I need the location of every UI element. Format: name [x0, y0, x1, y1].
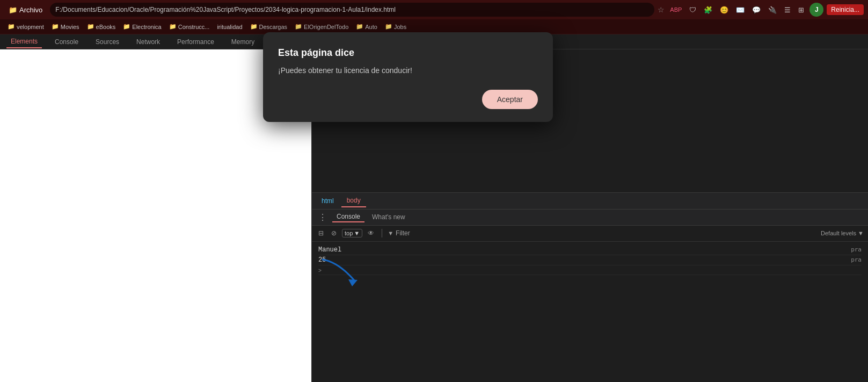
bookmark-label: velopment [17, 24, 44, 30]
tab-console[interactable]: Console [50, 36, 83, 48]
clear-icon[interactable]: ⊘ [329, 228, 339, 238]
extensions-icon[interactable]: 🧩 [702, 5, 714, 15]
tab-memory[interactable]: Memory [227, 36, 259, 48]
console-tab-button[interactable]: Console [332, 212, 364, 222]
folder-icon: 📁 [356, 23, 363, 30]
bookmark-jobs[interactable]: 📁 Jobs [382, 22, 410, 31]
more-options-icon[interactable]: ⋮ [316, 212, 329, 222]
archivo-menu[interactable]: 📁 Archivo [4, 4, 47, 16]
bookmark-descargas[interactable]: 📁 Descargas [247, 22, 291, 31]
console-filter-bar: ⊟ ⊘ top ▼ 👁 ▼ Filter Default levels ▼ [312, 226, 868, 242]
eye-icon[interactable]: 👁 [366, 228, 376, 238]
bookmark-iritualidad[interactable]: iritualidad [214, 23, 245, 31]
reinicia-button[interactable]: Reinicia... [827, 4, 864, 15]
archivo-icon: 📁 [9, 6, 17, 14]
console-row-25: 25 pra [318, 255, 862, 265]
tab-elements[interactable]: Elements [6, 35, 42, 48]
tab-html[interactable]: html [316, 195, 339, 207]
mail-icon[interactable]: ✉️ [734, 5, 747, 15]
divider [382, 229, 382, 237]
bookmark-label: Movies [61, 24, 79, 30]
extension2-icon[interactable]: 🔌 [766, 5, 779, 15]
chevron-down-icon: ▼ [354, 230, 360, 236]
folder-icon: 📁 [385, 23, 392, 30]
chat-icon[interactable]: 💬 [750, 5, 763, 15]
top-frame-selector[interactable]: top ▼ [342, 229, 362, 237]
bookmark-label: Auto [365, 24, 377, 30]
url-text: F:/Documents/Educacion/Oracle/Programaci… [55, 6, 396, 13]
menu-icon[interactable]: ☰ [782, 5, 793, 15]
folder-icon: 📁 [87, 23, 94, 30]
shield-icon[interactable]: 🛡 [687, 5, 698, 15]
star-icon[interactable]: ☆ [658, 5, 665, 14]
folder-icon: 📁 [8, 23, 15, 30]
whats-new-tab-button[interactable]: What's new [368, 212, 410, 222]
url-bar[interactable]: F:/Documents/Educacion/Oracle/Programaci… [50, 3, 654, 17]
console-row-manuel: Manuel pra [318, 245, 862, 255]
bookmark-label: eBooks [96, 24, 116, 30]
emoji-icon[interactable]: 😊 [718, 5, 731, 15]
tab-body[interactable]: body [341, 194, 366, 207]
console-output: Manuel pra 25 pra > [312, 242, 868, 383]
folder-icon: 📁 [250, 23, 258, 30]
filter-area: ▼ Filter [388, 229, 818, 237]
bookmark-auto[interactable]: 📁 Auto [353, 22, 381, 31]
top-selector-label: top [345, 230, 353, 236]
console-value-manuel: Manuel [318, 246, 851, 254]
modal-dialog: Esta página dice ¡Puedes obtener tu lice… [263, 32, 553, 122]
svg-marker-0 [348, 279, 358, 286]
tab-sources[interactable]: Sources [91, 36, 123, 48]
bookmark-label: iritualidad [217, 24, 242, 30]
tab-network[interactable]: Network [132, 36, 164, 48]
bookmark-elorigen[interactable]: 📁 ElOrigenDelTodo [291, 22, 352, 31]
console-link-0[interactable]: pra [851, 246, 862, 253]
console-toolbar: ⋮ Console What's new [312, 210, 868, 226]
modal-message: ¡Puedes obtener tu licencia de conducir! [278, 66, 538, 75]
console-link-1[interactable]: pra [851, 256, 862, 263]
browser-actions: ABP 🛡 🧩 😊 ✉️ 💬 🔌 ☰ ⊞ J Reinicia... [668, 3, 864, 17]
folder-icon: 📁 [295, 23, 302, 30]
filter-label: Filter [396, 229, 410, 237]
bookmark-velopment[interactable]: 📁 velopment [4, 22, 47, 31]
modal-actions: Aceptar [278, 90, 538, 109]
folder-icon: 📁 [123, 23, 130, 30]
bookmark-construcc[interactable]: 📁 Construcc... [166, 22, 213, 31]
abp-icon[interactable]: ABP [668, 5, 684, 14]
sidebar-toggle-icon[interactable]: ⊟ [316, 228, 326, 238]
bookmark-label: Electronica [132, 24, 161, 30]
console-value-25: 25 [318, 256, 851, 264]
bookmark-label: Jobs [394, 24, 406, 30]
tab-performance[interactable]: Performance [173, 36, 218, 48]
archivo-label: Archivo [19, 6, 42, 14]
filter-icon: ▼ [388, 230, 393, 236]
bottom-tabs: html body [312, 192, 868, 210]
bookmark-movies[interactable]: 📁 Movies [48, 22, 83, 31]
folder-icon: 📁 [52, 23, 59, 30]
bookmark-electronica[interactable]: 📁 Electronica [120, 22, 164, 31]
default-levels-selector[interactable]: Default levels ▼ [821, 230, 864, 236]
bookmark-label: Descargas [259, 24, 288, 30]
bookmark-label: ElOrigenDelTodo [304, 24, 348, 30]
expand-icon[interactable]: > [318, 268, 322, 273]
bookmark-ebooks[interactable]: 📁 eBooks [84, 22, 119, 31]
title-bar: 📁 Archivo F:/Documents/Educacion/Oracle/… [0, 0, 868, 19]
console-row-expand[interactable]: > [318, 265, 862, 275]
profile-icon[interactable]: ⊞ [796, 5, 806, 15]
accept-button[interactable]: Aceptar [482, 90, 538, 109]
modal-title: Esta página dice [278, 47, 538, 59]
bookmark-label: Construcc... [178, 24, 210, 30]
folder-icon: 📁 [169, 23, 177, 30]
avatar[interactable]: J [809, 3, 823, 17]
